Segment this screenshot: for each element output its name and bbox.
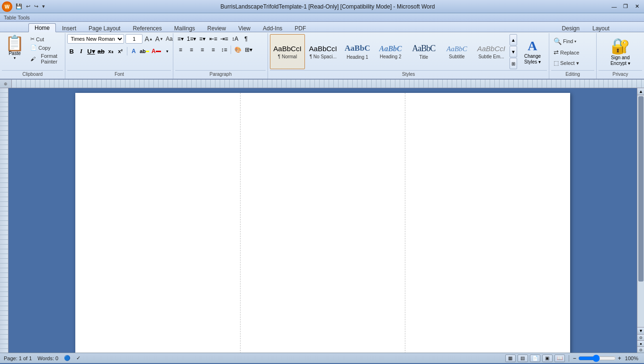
select-button[interactable]: ⬚ Select ▾: [551, 58, 594, 68]
redo-quick-btn[interactable]: ↪: [33, 2, 40, 10]
tab-page-layout[interactable]: Page Layout: [82, 24, 126, 32]
style-no-spacing[interactable]: AaBbCcI ¶ No Spaci...: [306, 34, 340, 69]
multilevel-list-btn[interactable]: ≡▾: [197, 34, 207, 44]
paste-button[interactable]: 📋 Paste ▾: [2, 34, 27, 62]
underline-button[interactable]: U▾: [87, 46, 95, 56]
paste-label: Paste: [9, 51, 21, 56]
tab-references[interactable]: References: [126, 24, 168, 32]
tab-mailings[interactable]: Mailings: [168, 24, 201, 32]
view-web-btn[interactable]: ▤: [518, 355, 528, 362]
align-center-btn[interactable]: ≡: [186, 45, 197, 55]
format-painter-button[interactable]: 🖌 Format Painter: [28, 52, 63, 65]
align-left-btn[interactable]: ≡: [175, 45, 186, 55]
save-quick-btn[interactable]: 💾: [14, 2, 24, 10]
vertical-scrollbar: ▲ ▼ ⊙ ● ⊙: [637, 88, 644, 353]
italic-button[interactable]: I: [77, 46, 85, 56]
show-formatting-btn[interactable]: ¶: [241, 34, 251, 44]
gallery-more-btn[interactable]: ⊞: [510, 58, 517, 69]
next-page-button[interactable]: ⊙: [637, 346, 644, 353]
font-family-select[interactable]: Times New Roman: [67, 34, 124, 44]
ruler-corner[interactable]: ⊕: [0, 80, 12, 88]
status-left: Page: 1 of 1 Words: 0 🔵 ✓: [4, 355, 80, 361]
text-effects-btn[interactable]: A: [130, 46, 138, 56]
tab-layout[interactable]: Layout: [586, 24, 616, 32]
line-spacing-btn[interactable]: ↕≡: [219, 45, 229, 55]
style-subtitle[interactable]: AaBbC Subtitle: [441, 34, 473, 69]
ruler-lines: [12, 80, 644, 88]
borders-btn[interactable]: ⊞▾: [243, 45, 254, 55]
change-styles-button[interactable]: A ChangeStyles ▾: [521, 36, 544, 67]
gallery-up-btn[interactable]: ▲: [510, 34, 517, 46]
vertical-ruler-lines: [0, 88, 8, 353]
find-label: Find: [563, 38, 573, 44]
tab-insert[interactable]: Insert: [56, 24, 82, 32]
view-reading-btn[interactable]: 📖: [555, 355, 565, 362]
clear-formatting-btn[interactable]: Aa: [165, 34, 173, 44]
page-column-2[interactable]: [241, 93, 406, 353]
font-color-bar: [156, 51, 161, 52]
vertical-ruler: [0, 88, 9, 353]
tab-add-ins[interactable]: Add-Ins: [257, 24, 288, 32]
zoom-slider[interactable]: [578, 355, 616, 361]
justify-btn[interactable]: ≡: [208, 45, 218, 55]
tab-design[interactable]: Design: [556, 24, 586, 32]
tab-view[interactable]: View: [232, 24, 257, 32]
numbering-button[interactable]: 1≡▾: [186, 34, 197, 44]
document-area: ▲ ▼ ⊙ ● ⊙: [0, 88, 644, 353]
paragraph-label: Paragraph: [175, 70, 266, 78]
style-subtle-emphasis[interactable]: AaBbCcI Subtle Em...: [474, 34, 509, 69]
window-title: BurrisLandscapeTrifoldTemplate-1 [Read-O…: [46, 3, 609, 10]
font-group: Times New Roman A▲ A▼ Aa B I U▾ ab x₂ x²…: [65, 33, 173, 79]
view-normal-btn[interactable]: ▦: [505, 355, 516, 362]
undo-quick-btn[interactable]: ↩: [25, 2, 32, 10]
tab-pdf[interactable]: PDF: [288, 24, 312, 32]
style-heading1[interactable]: AaBbC Heading 1: [341, 34, 374, 69]
strikethrough-button[interactable]: ab: [97, 46, 105, 56]
scroll-thumb[interactable]: [638, 96, 644, 282]
copy-button[interactable]: 📄 Copy: [28, 44, 63, 52]
minimize-button[interactable]: —: [609, 2, 619, 11]
font-size-increase-btn[interactable]: A▲: [144, 34, 153, 44]
close-button[interactable]: ✕: [632, 2, 642, 11]
align-right-btn[interactable]: ≡: [197, 45, 207, 55]
bullets-button[interactable]: ≡▾: [175, 34, 186, 44]
zoom-in-button[interactable]: +: [618, 355, 621, 362]
find-button[interactable]: 🔍 Find ▾: [551, 36, 594, 46]
font-color-btn[interactable]: A: [151, 46, 161, 56]
replace-button[interactable]: ⇄ Replace: [551, 47, 594, 57]
scroll-up-button[interactable]: ▲: [637, 88, 644, 95]
style-normal[interactable]: AaBbCcI ¶ Normal: [270, 34, 304, 69]
view-outline-btn[interactable]: ▣: [542, 355, 553, 362]
page-column-3[interactable]: [405, 93, 570, 353]
maximize-button[interactable]: ❐: [620, 2, 631, 11]
sort-btn[interactable]: ↕A: [230, 34, 240, 44]
bold-button[interactable]: B: [67, 46, 75, 56]
office-logo-icon[interactable]: W: [2, 1, 12, 12]
text-highlight-btn[interactable]: ab: [139, 46, 150, 56]
style-heading2[interactable]: AaBbC Heading 2: [375, 34, 407, 69]
prev-page-button[interactable]: ⊙: [637, 334, 644, 340]
subscript-button[interactable]: x₂: [107, 46, 115, 56]
view-print-btn[interactable]: 📄: [530, 355, 540, 362]
font-size-decrease-btn[interactable]: A▼: [155, 34, 164, 44]
scroll-down-button[interactable]: ▼: [637, 327, 644, 334]
cut-button[interactable]: ✂ Cut: [28, 35, 63, 43]
language-indicator[interactable]: 🔵: [64, 355, 71, 361]
gallery-down-btn[interactable]: ▼: [510, 46, 517, 57]
font-size-input[interactable]: [125, 34, 143, 44]
shading-btn[interactable]: 🎨: [233, 45, 243, 55]
tab-review[interactable]: Review: [201, 24, 232, 32]
decrease-indent-btn[interactable]: ⇤≡: [208, 34, 218, 44]
privacy-label: Privacy: [599, 70, 642, 78]
sign-encrypt-button[interactable]: 🔐 Sign andEncrypt ▾: [606, 35, 635, 69]
style-heading2-preview: AaBbC: [379, 44, 402, 53]
tab-home[interactable]: Home: [28, 23, 56, 32]
select-browse-button[interactable]: ●: [637, 340, 644, 346]
increase-indent-btn[interactable]: ⇥≡: [219, 34, 229, 44]
page-column-1[interactable]: [75, 93, 241, 353]
superscript-button[interactable]: x²: [116, 46, 124, 56]
style-title[interactable]: AaBbC Title: [408, 34, 440, 69]
font-color-dropdown[interactable]: ▾: [163, 46, 171, 56]
quick-access-dropdown[interactable]: ▾: [41, 2, 46, 10]
zoom-out-button[interactable]: −: [573, 355, 576, 362]
